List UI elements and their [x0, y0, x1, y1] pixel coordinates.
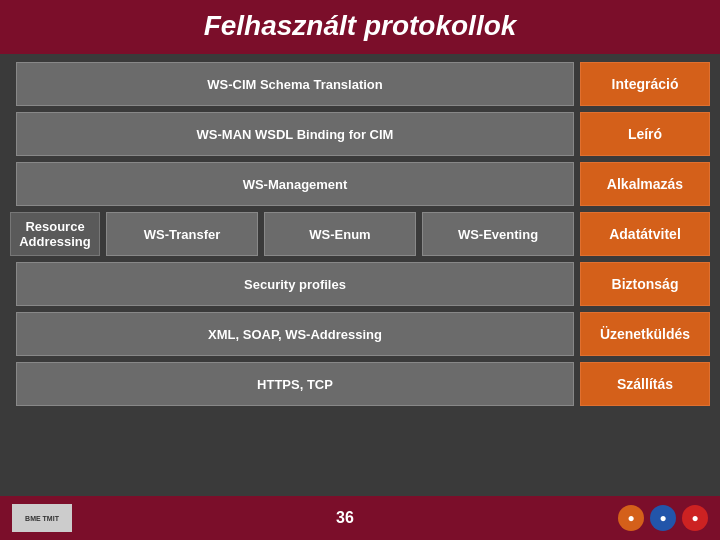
table-row: HTTPS, TCPSzállítás	[10, 362, 710, 406]
footer-logo: BME TMIT	[12, 504, 72, 532]
row-center: WS-CIM Schema Translation	[16, 62, 574, 106]
list-item: WS-CIM Schema Translation	[16, 62, 574, 106]
table-row: Resource AddressingWS-TransferWS-EnumWS-…	[10, 212, 710, 256]
list-item: HTTPS, TCP	[16, 362, 574, 406]
page: Felhasznált protokollok WS-CIM Schema Tr…	[0, 0, 720, 540]
tag-cell: Üzenetküldés	[580, 312, 710, 356]
logo-box: BME TMIT	[12, 504, 72, 532]
row-center: WS-MAN WSDL Binding for CIM	[16, 112, 574, 156]
tag-cell: Adatátvitel	[580, 212, 710, 256]
logo-text: BME TMIT	[25, 515, 59, 522]
table-row: Security profilesBiztonság	[10, 262, 710, 306]
tag-cell: Leíró	[580, 112, 710, 156]
page-number-text: 36	[336, 509, 354, 526]
icon-blue: ●	[650, 505, 676, 531]
icon-red: ●	[682, 505, 708, 531]
page-number: 36	[72, 509, 618, 527]
title-text: Felhasznált protokollok	[204, 10, 517, 41]
list-item: WS-Transfer	[106, 212, 258, 256]
table-row: WS-ManagementAlkalmazás	[10, 162, 710, 206]
list-item: WS-Enum	[264, 212, 416, 256]
icon-orange: ●	[618, 505, 644, 531]
row-label: Resource Addressing	[10, 212, 100, 256]
tag-cell: Szállítás	[580, 362, 710, 406]
table-row: XML, SOAP, WS-AddressingÜzenetküldés	[10, 312, 710, 356]
list-item: XML, SOAP, WS-Addressing	[16, 312, 574, 356]
row-center: Security profiles	[16, 262, 574, 306]
page-title: Felhasznált protokollok	[0, 0, 720, 54]
row-center: WS-Management	[16, 162, 574, 206]
main-content: WS-CIM Schema TranslationIntegrációWS-MA…	[0, 54, 720, 496]
footer-icons: ● ● ●	[618, 505, 708, 531]
row-center: WS-TransferWS-EnumWS-Eventing	[106, 212, 574, 256]
table-row: WS-CIM Schema TranslationIntegráció	[10, 62, 710, 106]
tag-cell: Alkalmazás	[580, 162, 710, 206]
list-item: WS-Eventing	[422, 212, 574, 256]
tag-cell: Biztonság	[580, 262, 710, 306]
table-row: WS-MAN WSDL Binding for CIMLeíró	[10, 112, 710, 156]
footer: BME TMIT 36 ● ● ●	[0, 496, 720, 540]
row-center: HTTPS, TCP	[16, 362, 574, 406]
tag-cell: Integráció	[580, 62, 710, 106]
list-item: WS-Management	[16, 162, 574, 206]
list-item: Security profiles	[16, 262, 574, 306]
row-center: XML, SOAP, WS-Addressing	[16, 312, 574, 356]
list-item: WS-MAN WSDL Binding for CIM	[16, 112, 574, 156]
